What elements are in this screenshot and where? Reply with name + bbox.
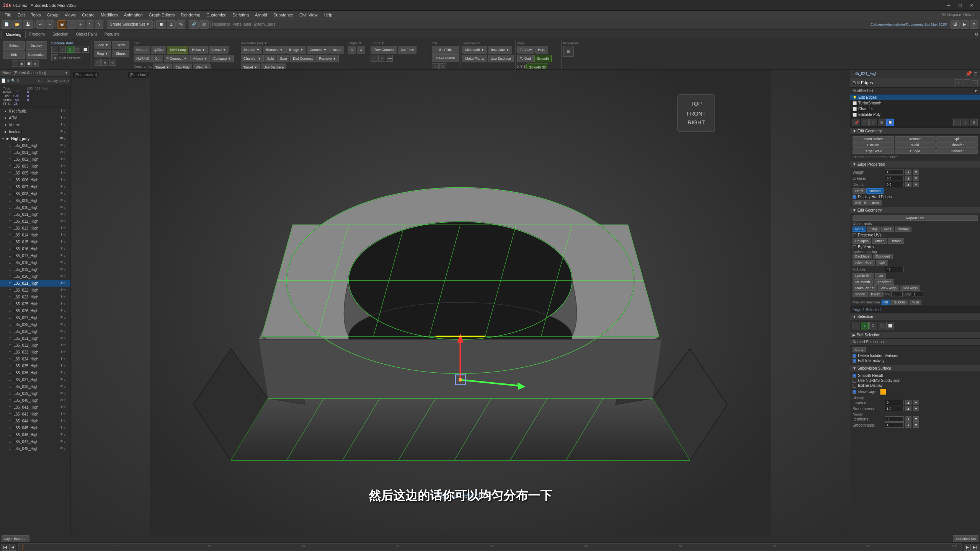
rp-edit-geometry-header2[interactable]: ▼ Edit Geometry: [850, 207, 980, 214]
target-btn[interactable]: Target ▼: [153, 64, 172, 70]
selection-set-dropdown[interactable]: Create Selection Set ▼: [107, 20, 153, 29]
timeline-track[interactable]: 0 10 20 30 40 50 60 70 80 90 100: [18, 543, 962, 551]
tessellate-btn[interactable]: Tesselate ▼: [488, 46, 512, 54]
rp-nav-btn[interactable]: ↑: [955, 79, 962, 86]
rp-depth-down[interactable]: ▼: [913, 182, 919, 187]
relax-btn[interactable]: Relax ▼: [189, 46, 207, 54]
scene-item-48[interactable]: □L85_047_High👁□: [0, 438, 70, 445]
to-grid-btn[interactable]: To Grid: [517, 55, 534, 62]
rp-smooth-down[interactable]: ▼: [913, 406, 919, 411]
rp-collapse-btn2[interactable]: Collapse: [853, 238, 871, 244]
scene-item-1[interactable]: ●ARM👁□: [0, 114, 70, 121]
rp-nav-btn2[interactable]: ↓: [964, 79, 970, 86]
use-displace-btn[interactable]: Use Displace: [261, 64, 286, 70]
rp-quickslice-btn[interactable]: QuickSlice: [853, 273, 874, 279]
rp-insert-vertex-btn[interactable]: Insert Vertex: [853, 136, 894, 142]
set-flow-btn[interactable]: Set Flow: [398, 46, 416, 54]
scene-item-34[interactable]: □L85_032_High👁□: [0, 342, 70, 349]
scene-item-31[interactable]: □L85_028_High👁□: [0, 321, 70, 328]
mod-stack-icon7[interactable]: 🗑: [970, 119, 978, 126]
weld-btn[interactable]: Weld ▼: [193, 64, 211, 70]
loops-icon2[interactable]: ↔: [378, 55, 385, 62]
menu-civil-view[interactable]: Civil View: [296, 12, 320, 18]
rp-grid-align-btn[interactable]: Grid Align: [900, 285, 920, 291]
snap-toggle[interactable]: 🔲: [156, 20, 166, 29]
redo-button[interactable]: ↪: [46, 20, 54, 29]
rp-repeat-last-btn[interactable]: Repeat Last: [853, 215, 978, 221]
rotate-button[interactable]: ↻: [86, 20, 94, 29]
mod-stack-icon1[interactable]: ⬚: [861, 119, 869, 126]
rp-edit-geometry-header[interactable]: ▼ Edit Geometry: [850, 128, 980, 135]
tab-freeform[interactable]: Freeform: [26, 31, 49, 37]
scene-item-21[interactable]: □L85_017_High👁□: [0, 252, 70, 259]
modify-sel-btn[interactable]: ⚙: [51, 54, 58, 61]
scene-item-18[interactable]: □L85_014_High👁□: [0, 231, 70, 238]
scene-filter-btn[interactable]: ⚙: [16, 78, 20, 83]
scene-item-16[interactable]: □L85_012_High👁□: [0, 218, 70, 225]
rp-msmooth-btn3[interactable]: MSmooth: [853, 279, 873, 285]
percent-snap[interactable]: %: [176, 20, 185, 29]
menu-scripting[interactable]: Scripting: [229, 12, 252, 18]
menu-modifiers[interactable]: Modifiers: [98, 12, 121, 18]
rp-view-align-btn[interactable]: View Align: [878, 285, 899, 291]
connect-btn[interactable]: Connect ▼: [307, 46, 330, 54]
rp-crease-input[interactable]: [885, 176, 904, 181]
rp-display-hard-edges-check[interactable]: ✓: [853, 195, 856, 199]
rp-iter-up[interactable]: ▲: [905, 400, 911, 405]
rp-render-iter-up[interactable]: ▲: [905, 416, 911, 422]
grow-btn[interactable]: Grow: [112, 41, 129, 49]
rp-selection-header[interactable]: ▼ Selection: [850, 313, 980, 320]
make-planar-final-btn[interactable]: ⊞: [563, 46, 574, 57]
scene-item-14[interactable]: □L85_010_High👁□: [0, 204, 70, 211]
edges-icon-1[interactable]: ⊙: [348, 46, 356, 54]
rp-shrink-btn2[interactable]: Shrink: [853, 292, 868, 297]
scene-item-3[interactable]: ◆boolean👁□: [0, 128, 70, 135]
rp-edge-properties-header[interactable]: ▼ Edge Properties: [850, 161, 980, 168]
tab-object-paint[interactable]: Object Paint: [72, 31, 100, 37]
rp-chamfer-btn3[interactable]: Chamfer: [936, 142, 978, 148]
vertex-mode-btn[interactable]: ·: [51, 46, 58, 53]
make-planar-sub-btn[interactable]: Make Planar: [462, 55, 487, 62]
rp-slice-plane-btn[interactable]: Slice Plane: [853, 260, 875, 266]
rp-render-smooth-down[interactable]: ▼: [913, 422, 919, 428]
rp-preview-multi[interactable]: Multi: [909, 300, 921, 305]
rp-backface-btn[interactable]: Backface: [853, 254, 872, 259]
dist-connect-btn[interactable]: Dist Connect: [290, 55, 315, 62]
scene-delete-btn[interactable]: 🗑: [7, 78, 10, 83]
rp-pin-btn[interactable]: 📌: [965, 71, 972, 77]
qslice-btn[interactable]: QSlice: [151, 46, 167, 54]
rp-preview-subobj[interactable]: SubObj: [891, 300, 908, 305]
chamfer-btn2[interactable]: Chamfer ▼: [241, 55, 264, 62]
scene-item-27[interactable]: □L85_023_High👁□: [0, 293, 70, 300]
attach-btn[interactable]: Attach ▼: [190, 55, 210, 62]
flow-connect-btn[interactable]: Flow Connect: [371, 46, 397, 54]
spin-btn[interactable]: Spin: [277, 55, 289, 62]
rp-sel-border[interactable]: ⊡: [869, 322, 877, 329]
rp-weight-down[interactable]: ▼: [913, 170, 919, 175]
rp-weight-input[interactable]: [885, 170, 904, 175]
rp-nav-icon[interactable]: ≡: [972, 80, 978, 85]
rp-render-iter-input[interactable]: [885, 416, 904, 422]
mod-editable-poly[interactable]: ⬜ Editable Poly: [850, 112, 980, 117]
rp-bridge-btn2[interactable]: Bridge: [895, 148, 936, 154]
scene-item-38[interactable]: □L85_036_High👁□: [0, 369, 70, 376]
rp-expand-btn[interactable]: ⊡: [973, 71, 978, 77]
unlink-button[interactable]: ⛓: [199, 20, 209, 29]
tb-icon-3[interactable]: 🔲: [26, 60, 32, 67]
menu-file[interactable]: File: [2, 12, 15, 18]
loops-icon[interactable]: ↕: [371, 55, 377, 62]
rp-preserve-uvs-check[interactable]: [853, 233, 856, 237]
rp-crease-down[interactable]: ▼: [913, 176, 919, 181]
select-object-button[interactable]: ▣: [57, 20, 66, 29]
rp-occluded-btn[interactable]: Occluded: [873, 254, 893, 259]
rp-render-smooth-up[interactable]: ▲: [905, 422, 911, 428]
scene-item-49[interactable]: □L85_049_High👁□: [0, 445, 70, 452]
mod-chamfer[interactable]: ⬜ Chamfer: [850, 106, 980, 112]
grow-icon[interactable]: ⊕: [101, 59, 108, 66]
mod-edit-edges[interactable]: 💡 Edit Edges: [850, 95, 980, 100]
ring-btn[interactable]: Ring ▼: [94, 50, 111, 57]
close-button[interactable]: ✕: [966, 2, 977, 9]
scene-new-btn[interactable]: 📄: [1, 78, 6, 83]
edges-icon-2[interactable]: ⊘: [357, 46, 365, 54]
scene-item-43[interactable]: □L85_041_High👁□: [0, 404, 70, 411]
